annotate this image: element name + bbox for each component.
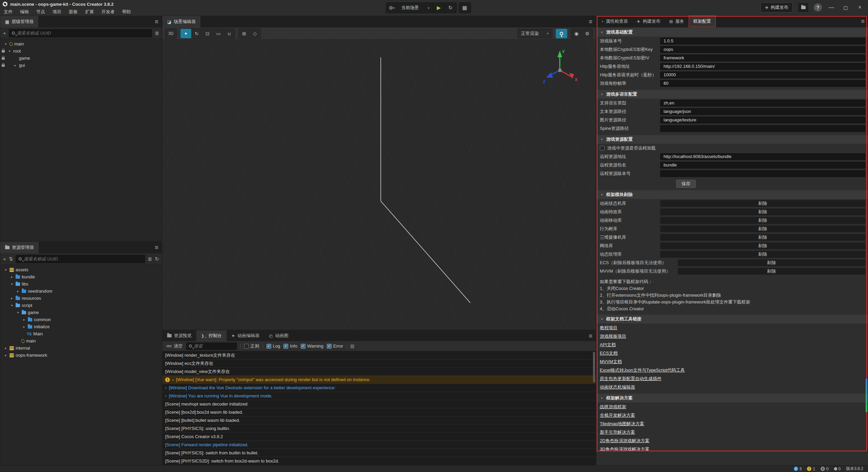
hierarchy-node-root[interactable]: ▾ root [0, 47, 162, 55]
assets-filter-icon[interactable]: ≣ [148, 256, 152, 262]
log-row[interactable]: [Scene] [PHYSICS2D]: switch from box2d-w… [162, 457, 596, 465]
chevron-right-icon[interactable]: ▸ [4, 353, 8, 357]
crypto-iv-input[interactable] [660, 55, 865, 61]
trim-button[interactable]: 剔除 [660, 251, 865, 258]
link-animator-editor[interactable]: 动画状态机编辑器 [600, 384, 635, 390]
mode-3d-toggle[interactable]: 3D [165, 29, 176, 38]
scene-menu-icon[interactable]: ≡ [589, 18, 592, 25]
link-tutorial-project[interactable]: 教程项目 [600, 325, 617, 331]
render-mode-select[interactable]: 正常渲染 ▾ [517, 29, 552, 38]
asset-row-bundle[interactable]: ▸ bundle [0, 273, 162, 280]
expand-icon[interactable]: › [165, 386, 166, 390]
asset-row-main-ts[interactable]: TS Main [0, 330, 162, 337]
log-row[interactable]: [Scene] Cocos Creator v3.8.2 [162, 433, 596, 440]
create-asset-button[interactable]: + [3, 256, 6, 262]
section-doc-links[interactable]: ▾ 框架文档工具链接 [596, 315, 868, 323]
menu-extension[interactable]: 扩展 [81, 8, 98, 16]
chevron-down-icon[interactable]: ▾ [4, 268, 8, 272]
console-search-input[interactable] [194, 343, 234, 349]
tab-console[interactable]: ❯_ 控制台 [196, 330, 226, 341]
camera-settings-icon[interactable]: ◉ [571, 29, 582, 38]
tab-services[interactable]: ⊞ 服务 [665, 16, 689, 27]
section-resource-config[interactable]: ▾ 游戏资源配置 [596, 135, 868, 144]
log-row[interactable]: [Scene] [bullet]:bullet wasm lib loaded. [162, 416, 596, 424]
asset-row-resources[interactable]: ▸ resources [0, 295, 162, 302]
chevron-down-icon[interactable]: ▾ [4, 42, 8, 46]
link-api-docs[interactable]: API文档 [600, 342, 616, 348]
chevron-down-icon[interactable]: ▾ [10, 282, 14, 286]
tab-animation-graph[interactable]: ◴ 动画图 [264, 330, 293, 341]
trim-button[interactable]: 剔除 [660, 234, 865, 241]
log-row[interactable]: [Window] model_view文件夹存在 [162, 368, 596, 375]
console-menu-icon[interactable]: ≡ [589, 333, 592, 340]
trim-button[interactable]: 剔除 [660, 209, 865, 215]
asset-row-script[interactable]: ▾ script [0, 302, 162, 309]
menu-panel[interactable]: 面板 [65, 8, 81, 16]
trim-button[interactable]: 剔除 [660, 200, 865, 207]
hierarchy-node-game[interactable]: game [0, 55, 162, 62]
link-template-project[interactable]: 游戏模板项目 [600, 333, 626, 339]
menu-project[interactable]: 项目 [49, 8, 65, 16]
log-file-icon[interactable]: ▤ [350, 343, 354, 349]
chevron-right-icon[interactable]: ▸ [16, 289, 20, 293]
log-row-info[interactable]: › [Window] Download the Vue Devtools ext… [162, 384, 596, 392]
asset-row-main-scene[interactable]: main [0, 337, 162, 345]
close-button[interactable]: × [855, 4, 865, 11]
asset-row-assets[interactable]: ▾ assets [0, 266, 162, 273]
gizmo-space-icon[interactable]: ◇ [250, 29, 260, 38]
hierarchy-node-gui[interactable]: ▸ gui [0, 62, 162, 69]
remote-version-input[interactable] [660, 170, 865, 177]
console-search[interactable] [186, 342, 237, 350]
console-scrollbar[interactable] [593, 352, 595, 382]
save-button[interactable]: 保存 [676, 180, 696, 188]
asset-row-seedrandom[interactable]: ▸ seedrandom [0, 288, 162, 295]
restart-button[interactable]: ↻ [445, 2, 456, 13]
inspector-scrollbar[interactable] [866, 378, 867, 412]
chevron-right-icon[interactable]: ▸ [13, 63, 17, 67]
lang-texture-path-input[interactable] [660, 117, 865, 123]
error-count[interactable]: × 0 [821, 467, 829, 471]
trim-button[interactable]: 剔除 [660, 225, 865, 232]
play-button[interactable]: ▶ [433, 2, 445, 13]
game-version-input[interactable] [660, 38, 865, 44]
assets-search-input[interactable] [24, 256, 142, 261]
http-server-input[interactable] [660, 63, 865, 70]
help-button[interactable]: ? [814, 3, 822, 12]
log-row[interactable]: [Window] render_texture文件夹存在 [162, 351, 596, 359]
section-basic-config[interactable]: ▾ 游戏基础配置 [596, 28, 868, 37]
log-row[interactable]: [Scene] [PHYSICS]: switch from builtin t… [162, 449, 596, 457]
trim-button[interactable]: 剔除 [678, 268, 865, 275]
asset-row-libs[interactable]: ▾ libs [0, 280, 162, 288]
assets-menu-icon[interactable]: ≡ [155, 244, 158, 251]
minimize-button[interactable]: — [827, 4, 836, 11]
log-row[interactable]: [Scene] meshopt wasm decoder initialized [162, 400, 596, 408]
log-row-info[interactable]: [Scene] Forward render pipeline initiali… [162, 441, 596, 449]
crypto-key-input[interactable] [660, 46, 865, 53]
scene-tab[interactable]: ◪ 场景编辑器 [162, 16, 200, 27]
link-tiledmap-solution[interactable]: Tiledmap地图解决方案 [600, 421, 644, 427]
scene-selector[interactable]: 当前场景 ▾ [398, 2, 433, 13]
link-fullstack-solution[interactable]: 全栈开发解决方案 [600, 412, 635, 418]
languages-input[interactable] [660, 100, 865, 106]
hierarchy-search[interactable] [9, 29, 152, 37]
create-node-button[interactable]: + [3, 30, 6, 36]
menu-node[interactable]: 节点 [33, 8, 49, 16]
lock-icon[interactable] [0, 56, 6, 61]
assets-tab[interactable]: 资源管理器 [0, 242, 39, 253]
trim-button[interactable]: 剔除 [678, 259, 865, 266]
asset-row-game[interactable]: ▾ game [0, 309, 162, 316]
chevron-down-icon[interactable]: ▾ [10, 303, 14, 307]
move-tool-icon[interactable]: + [180, 29, 191, 38]
transform-tool-icon[interactable]: ∪ [224, 29, 235, 38]
sort-icon[interactable]: ⇅ [9, 256, 13, 262]
regex-checkbox[interactable]: 正则 [244, 343, 259, 349]
http-timeout-input[interactable] [660, 72, 865, 78]
hierarchy-search-input[interactable] [17, 31, 149, 36]
tab-property-inspector[interactable]: ◔ 属性检查器 [596, 16, 632, 27]
hierarchy-menu-icon[interactable]: ≡ [155, 18, 158, 25]
asset-row-common[interactable]: ▸ common [0, 316, 162, 323]
lock-icon[interactable] [0, 63, 6, 68]
log-row[interactable]: [Scene] [PHYSICS]: using builtin. [162, 425, 596, 432]
info-count[interactable]: i 3 [794, 467, 802, 471]
link-2drpg-solution[interactable]: 2D角色扮演游戏解决方案 [600, 438, 650, 444]
